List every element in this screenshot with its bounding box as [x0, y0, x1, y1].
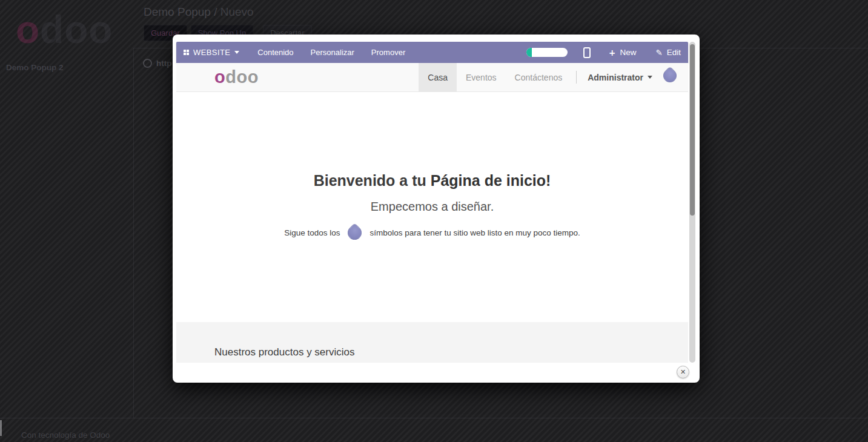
- close-icon: ✕: [680, 368, 686, 376]
- hero-subtitle: Empecemos a diseñar.: [176, 200, 688, 214]
- website-toolbar: WEBSITE Contenido Personalizar Promover …: [176, 42, 688, 63]
- caret-down-icon: [648, 76, 652, 79]
- scrollbar-thumb[interactable]: [690, 44, 695, 216]
- menu-contenido[interactable]: Contenido: [257, 48, 293, 57]
- progress-fill: [526, 48, 532, 57]
- menu-promover[interactable]: Promover: [371, 48, 405, 57]
- tour-drop-icon[interactable]: [660, 66, 679, 85]
- nav-separator: [576, 71, 577, 84]
- nav-tab-eventos[interactable]: Eventos: [457, 63, 506, 91]
- hint-text-before: Sigue todos los: [284, 228, 340, 237]
- tour-drop-icon: [345, 223, 365, 243]
- site-navbar: odoo Casa Eventos Contáctenos Administra…: [176, 63, 688, 92]
- homepage-hero: Bienvenido a tu Página de inicio! Empece…: [176, 92, 688, 322]
- website-preview: WEBSITE Contenido Personalizar Promover …: [176, 42, 688, 363]
- website-preview-modal: WEBSITE Contenido Personalizar Promover …: [173, 35, 700, 383]
- pencil-icon: ✎: [655, 48, 662, 58]
- caret-down-icon: [234, 51, 239, 54]
- website-menu[interactable]: WEBSITE: [184, 48, 239, 57]
- grid-icon: [184, 50, 189, 55]
- user-menu-administrator[interactable]: Administrator: [581, 63, 658, 91]
- new-button-label: New: [620, 48, 636, 57]
- mobile-preview-icon[interactable]: [583, 47, 591, 58]
- products-section: Nuestros productos y servicios: [176, 322, 688, 363]
- edit-button[interactable]: ✎ Edit: [655, 48, 681, 58]
- edit-button-label: Edit: [667, 48, 681, 57]
- user-menu-label: Administrator: [588, 73, 643, 82]
- plus-icon: +: [609, 48, 615, 58]
- nav-tab-contactenos[interactable]: Contáctenos: [506, 63, 572, 91]
- site-logo[interactable]: odoo: [214, 67, 259, 87]
- hint-text-after: símbolos para tener tu sitio web listo e…: [369, 228, 580, 237]
- close-button[interactable]: ✕: [677, 366, 689, 378]
- modal-content: WEBSITE Contenido Personalizar Promover …: [176, 42, 695, 363]
- modal-footer: ✕: [176, 363, 695, 383]
- nav-tab-casa[interactable]: Casa: [419, 63, 457, 91]
- progress-input[interactable]: [526, 48, 568, 57]
- products-section-title: Nuestros productos y servicios: [214, 346, 354, 358]
- new-page-button[interactable]: + New: [609, 48, 636, 58]
- toolbar-right-group: + New ✎ Edit: [526, 47, 681, 58]
- hero-hint: Sigue todos los símbolos para tener tu s…: [176, 226, 688, 240]
- hero-title: Bienvenido a tu Página de inicio!: [176, 172, 688, 190]
- website-menu-label: WEBSITE: [193, 48, 230, 57]
- site-nav-tabs: Casa Eventos Contáctenos Administrator: [419, 63, 688, 91]
- menu-personalizar[interactable]: Personalizar: [311, 48, 354, 57]
- modal-scrollbar[interactable]: [689, 42, 695, 363]
